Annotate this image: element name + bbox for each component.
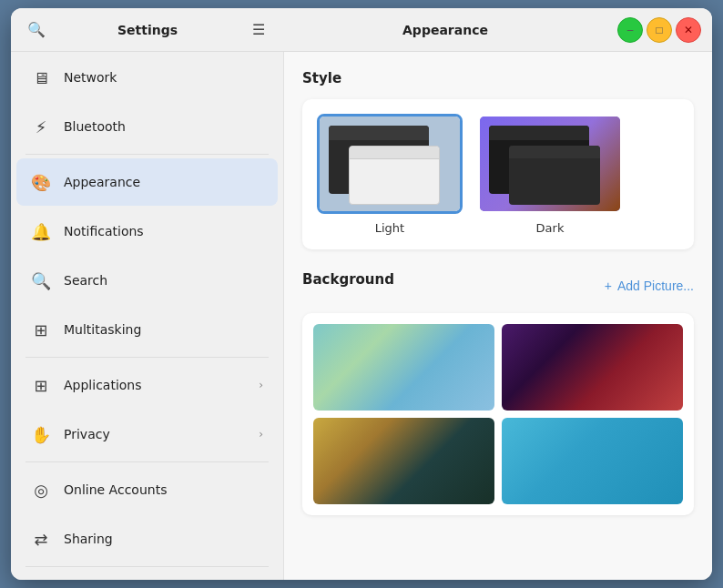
panel-title: Appearance — [284, 23, 606, 37]
content-area: 🖥 Network ⚡ Bluetooth 🎨 Appearance 🔔 Not… — [11, 52, 712, 580]
sidebar-item-label: Network — [64, 70, 117, 85]
sidebar-item-label: Sharing — [64, 532, 113, 546]
search-icon-button[interactable]: 🔍 — [22, 15, 51, 45]
light-preview — [317, 114, 463, 214]
background-section: Background + Add Picture... — [302, 271, 694, 515]
background-header: Background + Add Picture... — [302, 271, 694, 300]
sidebar-item-label: Privacy — [64, 427, 110, 441]
background-thumb-1[interactable] — [313, 324, 494, 411]
sidebar-divider — [25, 357, 269, 358]
network-icon: 🖥 — [31, 68, 51, 87]
background-thumb-4[interactable] — [502, 418, 683, 504]
sharing-icon: ⇄ — [31, 530, 51, 549]
notifications-icon: 🔔 — [31, 222, 51, 241]
online-accounts-icon: ◎ — [31, 481, 51, 500]
style-option-light[interactable]: Light — [317, 114, 463, 235]
sidebar-item-label: Bluetooth — [64, 119, 126, 134]
sidebar-item-sharing[interactable]: ⇄ Sharing — [16, 515, 278, 563]
sidebar-item-search[interactable]: 🔍 Search — [16, 257, 278, 304]
sidebar-item-network[interactable]: 🖥 Network — [16, 54, 278, 101]
sidebar: 🖥 Network ⚡ Bluetooth 🎨 Appearance 🔔 Not… — [11, 52, 284, 580]
window-controls: – □ ✕ — [606, 17, 712, 43]
sidebar-item-label: Search — [64, 273, 107, 288]
applications-icon: ⊞ — [31, 376, 51, 395]
sidebar-item-label: Notifications — [64, 224, 144, 238]
dark-label: Dark — [536, 221, 565, 235]
minimize-icon: – — [627, 24, 634, 36]
sidebar-item-label: Applications — [64, 378, 142, 392]
plus-icon: + — [605, 279, 612, 293]
hamburger-button[interactable]: ☰ — [244, 15, 273, 45]
sidebar-item-privacy[interactable]: ✋ Privacy › — [16, 411, 278, 458]
style-section: Style — [302, 70, 694, 249]
titlebar-center: Appearance — [284, 23, 606, 37]
sidebar-item-label: Online Accounts — [64, 482, 167, 497]
sidebar-divider — [25, 154, 269, 155]
privacy-icon: ✋ — [31, 425, 51, 444]
style-option-dark[interactable]: Dark — [477, 114, 623, 235]
main-panel: Style — [284, 52, 712, 580]
sidebar-item-label: Multitasking — [64, 322, 141, 337]
sidebar-item-label: Appearance — [64, 175, 140, 189]
style-options: Light — [317, 114, 679, 235]
close-icon: ✕ — [684, 24, 693, 36]
sidebar-divider — [25, 566, 269, 567]
hamburger-icon: ☰ — [252, 21, 265, 38]
sidebar-item-appearance[interactable]: 🎨 Appearance — [16, 158, 278, 206]
add-picture-button[interactable]: + Add Picture... — [605, 279, 694, 293]
sidebar-item-applications[interactable]: ⊞ Applications › — [16, 361, 278, 409]
sidebar-item-sound[interactable]: 🔈 Sound — [16, 571, 278, 580]
sidebar-item-online-accounts[interactable]: ◎ Online Accounts — [16, 466, 278, 513]
sidebar-divider — [25, 461, 269, 462]
search-icon: 🔍 — [27, 21, 46, 38]
background-thumb-3[interactable] — [313, 418, 494, 504]
titlebar: 🔍 Settings ☰ Appearance – □ ✕ — [11, 8, 712, 52]
style-section-title: Style — [302, 70, 694, 86]
maximize-button[interactable]: □ — [647, 17, 672, 43]
multitasking-icon: ⊞ — [31, 320, 51, 340]
settings-window: 🔍 Settings ☰ Appearance – □ ✕ � — [11, 8, 712, 580]
add-picture-label: Add Picture... — [617, 279, 694, 293]
appearance-icon: 🎨 — [31, 173, 51, 192]
light-label: Light — [375, 221, 404, 235]
chevron-right-icon: › — [259, 428, 263, 441]
sidebar-item-notifications[interactable]: 🔔 Notifications — [16, 208, 278, 255]
search-icon: 🔍 — [31, 271, 51, 290]
titlebar-left: 🔍 Settings ☰ — [11, 15, 284, 45]
minimize-button[interactable]: – — [617, 17, 643, 43]
bluetooth-icon: ⚡ — [31, 117, 51, 137]
background-thumb-2[interactable] — [502, 324, 683, 411]
background-section-title: Background — [302, 271, 394, 288]
style-card: Light — [302, 99, 694, 249]
close-button[interactable]: ✕ — [676, 17, 701, 43]
chevron-right-icon: › — [259, 379, 263, 391]
sidebar-window-title: Settings — [58, 23, 237, 37]
sidebar-item-bluetooth[interactable]: ⚡ Bluetooth — [16, 103, 278, 150]
maximize-icon: □ — [656, 24, 662, 36]
sidebar-item-multitasking[interactable]: ⊞ Multitasking — [16, 306, 278, 353]
dark-preview-container — [477, 114, 623, 214]
background-grid — [302, 313, 694, 515]
